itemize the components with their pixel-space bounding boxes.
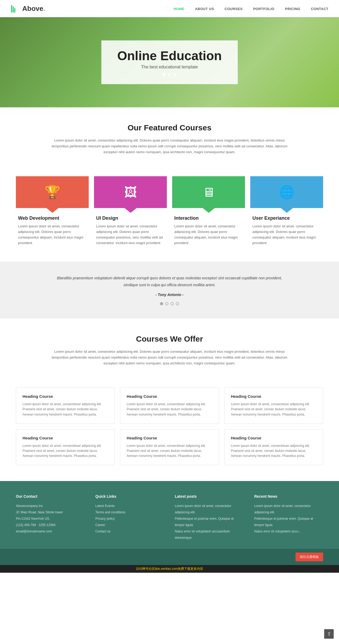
footer-contact: Our Contact Abovecompany Inc JC Main Roa… <box>16 494 85 541</box>
nav-pricing[interactable]: PRICING <box>285 7 300 11</box>
footer-link-0[interactable]: Latest Events <box>95 504 115 508</box>
nav-links: HOME ABOUT US COURSES PORTFOLIO PRICING … <box>173 6 328 11</box>
offer-section: Courses We Offer Lorem ipsum dolor sit a… <box>0 319 339 387</box>
course-item-5: Heading Course Lorem ipsum dolor sit ame… <box>224 429 323 465</box>
footer-contact-title: Our Contact <box>16 494 85 499</box>
footer-link-1[interactable]: Terms and conditions <box>95 510 125 514</box>
course-item-4: Heading Course Lorem ipsum dolor sit ame… <box>120 429 219 465</box>
card-body-3: User Experiance Lorem ipsum dolor sit am… <box>250 208 323 246</box>
hero-overlay: Online Education The best educational te… <box>101 41 238 84</box>
watermark-bar: 访问网号社区bbs.xenliao.com免费下载更多内容 <box>0 565 339 573</box>
footer-company: Abovecompany Inc <box>16 503 85 509</box>
course-item-text-0: Lorem ipsum dolor sit amet, consectetuer… <box>23 402 108 417</box>
footer-news-1: Pellentesque et pulvinar enim. Quisque a… <box>254 515 323 528</box>
course-card-1: 🖼 UI Design Lorem ipsum dolor sit amet, … <box>94 176 167 246</box>
course-item-title-4: Heading Course <box>127 436 212 440</box>
card-icon-box-3: 🌐 <box>250 176 323 208</box>
register-template-button[interactable]: 前往注册模板 <box>296 553 323 561</box>
course-item-text-5: Lorem ipsum dolor sit amet, consectetuer… <box>231 443 316 459</box>
footer-news-0: Lorem ipsum dolor sit amet, consectetur … <box>254 503 323 515</box>
card-text-1: Lorem ipsum dolor sit amet, consectetur … <box>96 224 165 246</box>
footer-news-title: Recent News <box>254 494 323 499</box>
trophy-icon: 🏆 <box>44 185 60 200</box>
footer-post-0: Lorem ipsum dolor sit amet, consectetur … <box>175 503 244 515</box>
card-title-0: Web Development <box>18 215 87 221</box>
t-dot-1[interactable] <box>160 302 163 305</box>
footer-quicklinks-list: Latest Events Terms and conditions Priva… <box>95 503 164 535</box>
t-dot-3[interactable] <box>171 302 174 305</box>
course-card-2: 🖥 Interaction Lorem ipsum dolor sit amet… <box>172 176 245 246</box>
nav-home[interactable]: HOME <box>173 7 184 11</box>
footer-post-1: Pellentesque et pulvinar enim. Quisque a… <box>175 515 244 528</box>
course-item-title-1: Heading Course <box>127 394 212 399</box>
course-item-1: Heading Course Lorem ipsum dolor sit ame… <box>120 387 219 424</box>
monitor-icon: 🖥 <box>202 185 215 200</box>
logo-text: Above. <box>22 5 45 13</box>
svg-rect-1 <box>13 7 14 12</box>
footer-phone: (123) 456-789 · 1255-12584 <box>16 522 85 528</box>
globe-icon: 🌐 <box>279 185 295 200</box>
course-grid: Heading Course Lorem ipsum dolor sit ame… <box>0 387 339 481</box>
course-item-title-3: Heading Course <box>23 436 108 440</box>
offer-desc: Lorem ipsum dolor sit amet, consectetur … <box>50 349 289 366</box>
featured-title: Our Featured Courses <box>16 123 323 132</box>
footer-news: Recent News Lorem ipsum dolor sit amet, … <box>254 494 323 541</box>
card-text-0: Lorem ipsum dolor sit amet, consectetur … <box>18 224 87 246</box>
hero-dots <box>117 73 222 76</box>
course-item-text-4: Lorem ipsum dolor sit amet, consectetuer… <box>127 443 212 459</box>
hero-subtitle: The best educational template <box>117 65 222 69</box>
card-body-2: Interaction Lorem ipsum dolor sit amet, … <box>172 208 245 246</box>
t-dot-2[interactable] <box>165 302 168 305</box>
navbar: Above. HOME ABOUT US COURSES PORTFOLIO P… <box>0 0 339 17</box>
testimonial-section: Blanditiis praesentium voluptatum deleni… <box>0 262 339 318</box>
course-item-title-0: Heading Course <box>23 394 108 399</box>
footer-news-2: Natus error sit voluptatem accu... <box>254 528 323 535</box>
footer-posts: Latest posts Lorem ipsum dolor sit amet,… <box>175 494 244 541</box>
course-item-text-3: Lorem ipsum dolor sit amet, consectetuer… <box>23 443 108 459</box>
image-icon: 🖼 <box>124 185 137 200</box>
course-cards: 🏆 Web Development Lorem ipsum dolor sit … <box>0 176 339 262</box>
footer-email: email@domainname.com <box>16 528 85 535</box>
course-item-text-1: Lorem ipsum dolor sit amet, consectetuer… <box>127 402 212 417</box>
footer: Our Contact Abovecompany Inc JC Main Roa… <box>0 481 339 549</box>
footer-address2: Pin-21542 NewYork US. <box>16 515 85 522</box>
offer-title: Courses We Offer <box>16 334 323 343</box>
hero-section: Online Education The best educational te… <box>0 17 339 107</box>
logo[interactable]: Above. <box>11 4 45 14</box>
card-body-0: Web Development Lorem ipsum dolor sit am… <box>16 208 89 246</box>
hero-dot-2[interactable] <box>168 73 171 76</box>
course-item-2: Heading Course Lorem ipsum dolor sit ame… <box>224 387 323 424</box>
footer-link-3[interactable]: Career <box>95 523 105 527</box>
nav-courses[interactable]: COURSES <box>225 7 243 11</box>
card-title-2: Interaction <box>174 215 243 221</box>
hero-title: Online Education <box>117 48 222 63</box>
footer-link-2[interactable]: Privacy policy <box>95 517 115 521</box>
featured-desc: Lorem ipsum dolor sit amet, consectetur … <box>50 138 289 155</box>
svg-rect-0 <box>11 5 12 12</box>
footer-bottom: 前往注册模板 <box>0 549 339 565</box>
footer-posts-title: Latest posts <box>175 494 244 499</box>
footer-quicklinks-title: Quick Links <box>95 494 164 499</box>
svg-rect-2 <box>14 8 15 12</box>
card-icon-box-0: 🏆 <box>16 176 89 208</box>
course-card-0: 🏆 Web Development Lorem ipsum dolor sit … <box>16 176 89 246</box>
card-body-1: UI Design Lorem ipsum dolor sit amet, co… <box>94 208 167 246</box>
footer-quicklinks: Quick Links Latest Events Terms and cond… <box>95 494 164 541</box>
footer-address1: JC Main Road, Near Slimle tower <box>16 509 85 515</box>
course-card-3: 🌐 User Experiance Lorem ipsum dolor sit … <box>250 176 323 246</box>
t-dot-4[interactable] <box>176 302 179 305</box>
course-item-text-2: Lorem ipsum dolor sit amet, consectetuer… <box>231 402 316 417</box>
testimonial-author: - Tony Antonio - <box>16 293 323 297</box>
card-text-2: Lorem ipsum dolor sit amet, consectetur … <box>174 224 243 246</box>
hero-dot-3[interactable] <box>173 73 176 76</box>
nav-contact[interactable]: CONTACT <box>311 7 328 11</box>
testimonial-dots <box>16 302 323 305</box>
featured-section: Our Featured Courses Lorem ipsum dolor s… <box>0 107 339 176</box>
course-item-title-5: Heading Course <box>231 436 316 440</box>
card-icon-box-2: 🖥 <box>172 176 245 208</box>
footer-link-4[interactable]: Contact us <box>95 530 110 533</box>
nav-portfolio[interactable]: PORTFOLIO <box>253 7 274 11</box>
nav-about[interactable]: ABOUT US <box>195 7 214 11</box>
hero-dot-1[interactable] <box>163 73 166 76</box>
card-icon-box-1: 🖼 <box>94 176 167 208</box>
